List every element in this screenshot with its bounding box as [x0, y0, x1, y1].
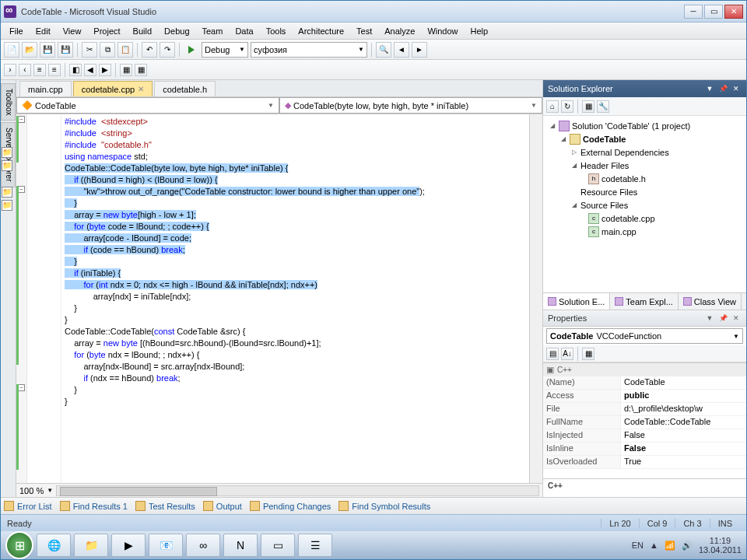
folder-node[interactable]: ◢📁Header Files — [545, 159, 745, 172]
bottom-tab[interactable]: Find Symbol Results — [338, 501, 430, 511]
undo-button[interactable]: ↶ — [142, 42, 157, 58]
copy-button[interactable]: ⧉ — [100, 42, 115, 58]
redo-button[interactable]: ↷ — [160, 42, 175, 58]
folder-node[interactable]: ▷📁External Dependencies — [545, 145, 745, 159]
taskbar-app-icon[interactable]: ▭ — [261, 534, 295, 557]
bottom-tab[interactable]: Test Results — [135, 501, 195, 511]
property-object-selector[interactable]: CodeTableVCCodeFunction▼ — [546, 328, 743, 344]
home-button[interactable]: ⌂ — [546, 100, 559, 113]
pin-icon[interactable]: 📌 — [717, 313, 728, 324]
save-button[interactable]: 💾 — [40, 42, 55, 58]
property-row[interactable]: FullNameCodeTable::CodeTable — [543, 416, 746, 429]
start-button[interactable] — [5, 531, 33, 559]
close-button[interactable]: ✕ — [724, 5, 743, 19]
file-node[interactable]: cmain.cpp — [545, 225, 745, 238]
minimize-button[interactable]: ─ — [684, 5, 703, 19]
nav-fwd-button[interactable]: ► — [412, 42, 427, 58]
bookmark-next[interactable]: ▶ — [99, 64, 111, 76]
solution-node[interactable]: ◢Solution 'CodeTable' (1 project) — [545, 119, 745, 132]
panel-tab[interactable]: Class View — [679, 293, 742, 310]
fold-toggle-icon[interactable]: − — [18, 384, 25, 391]
taskbar-outlook-icon[interactable]: 📧 — [149, 534, 183, 557]
vertical-scrollbar[interactable] — [529, 114, 542, 483]
bookmark-prev[interactable]: ◀ — [84, 64, 96, 76]
menu-build[interactable]: Build — [128, 25, 157, 37]
tray-network-icon[interactable]: 📶 — [665, 541, 675, 551]
property-row[interactable]: IsOverloadedTrue — [543, 456, 746, 469]
indent-dec-button[interactable]: ‹ — [19, 64, 31, 76]
tray-lang[interactable]: EN — [632, 541, 644, 550]
menu-window[interactable]: Window — [422, 25, 463, 37]
property-row[interactable]: IsInjectedFalse — [543, 429, 746, 443]
bookmark-button[interactable]: ◧ — [69, 64, 82, 76]
taskbar-vs-icon[interactable]: ∞ — [186, 534, 220, 557]
solution-tree[interactable]: ◢Solution 'CodeTable' (1 project)◢CodeTa… — [543, 116, 746, 292]
fold-toggle-icon[interactable]: − — [18, 186, 25, 193]
project-node[interactable]: ◢CodeTable — [545, 132, 745, 145]
menu-tools[interactable]: Tools — [261, 25, 292, 37]
start-debug-button[interactable] — [184, 42, 199, 58]
menu-debug[interactable]: Debug — [159, 25, 195, 37]
menu-team[interactable]: Team — [197, 25, 229, 37]
alpha-button[interactable]: A↓ — [561, 348, 573, 360]
taskbar-ie-icon[interactable]: 🌐 — [37, 534, 71, 557]
folder-node[interactable]: 📁Resource Files — [545, 185, 745, 198]
scope-member-dropdown[interactable]: ◆ CodeTable(byte low, byte high, byte * … — [279, 97, 542, 114]
toggle-button[interactable]: ▦ — [120, 64, 132, 76]
properties-button[interactable]: 🔧 — [597, 100, 609, 113]
fold-toggle-icon[interactable]: − — [18, 116, 25, 123]
menu-edit[interactable]: Edit — [30, 25, 56, 37]
folder-node[interactable]: ◢📁Source Files — [545, 198, 745, 212]
config-dropdown[interactable]: Debug▼ — [202, 42, 248, 58]
taskbar-onenote-icon[interactable]: N — [223, 534, 258, 557]
zoom-level[interactable]: 100 % — [19, 486, 44, 495]
toggle2-button[interactable]: ▦ — [135, 64, 147, 76]
property-grid[interactable]: ▣C++(Name)CodeTableAccesspublicFiled:\_p… — [543, 362, 746, 478]
property-row[interactable]: IsInlineFalse — [543, 443, 746, 456]
property-row[interactable]: Accesspublic — [543, 390, 746, 403]
close-icon[interactable]: ✕ — [731, 83, 742, 94]
dropdown-icon[interactable]: ▼ — [704, 313, 715, 324]
toolbox-tab[interactable]: Toolbox — [1, 83, 16, 121]
categorized-button[interactable]: ▤ — [546, 348, 559, 360]
comment-button[interactable]: ≡ — [33, 64, 46, 76]
editor-tab[interactable]: codetable.h — [154, 81, 216, 96]
panel-tab[interactable]: Team Expl... — [610, 293, 679, 310]
refresh-button[interactable]: ↻ — [561, 100, 573, 113]
menu-data[interactable]: Data — [230, 25, 258, 37]
taskbar-wmp-icon[interactable]: ▶ — [111, 534, 146, 557]
property-row[interactable]: (Name)CodeTable — [543, 376, 746, 390]
file-node[interactable]: ccodetable.cpp — [545, 212, 745, 225]
menu-project[interactable]: Project — [88, 25, 125, 37]
new-project-button[interactable]: 📄 — [4, 42, 19, 58]
menu-file[interactable]: File — [4, 25, 29, 37]
pin-icon[interactable]: 📌 — [717, 83, 728, 94]
horizontal-scrollbar[interactable] — [56, 485, 539, 496]
bottom-tab[interactable]: Find Results 1 — [60, 501, 128, 511]
show-all-button[interactable]: ▦ — [582, 100, 594, 113]
property-row[interactable]: Filed:\_profile\desktop\w — [543, 403, 746, 416]
bottom-tab[interactable]: Pending Changes — [250, 501, 331, 511]
file-node[interactable]: hcodetable.h — [545, 172, 745, 185]
maximize-button[interactable]: ▭ — [704, 5, 723, 19]
close-tab-icon[interactable]: ✕ — [138, 85, 144, 93]
editor-tab[interactable]: codetable.cpp✕ — [73, 81, 153, 96]
code-editor[interactable]: #include <stdexcept>#include <string>#in… — [61, 114, 529, 483]
editor-tab[interactable]: main.cpp — [19, 81, 72, 96]
menu-test[interactable]: Test — [351, 25, 377, 37]
uncomment-button[interactable]: ≡ — [48, 64, 61, 76]
save-all-button[interactable]: 💾 — [58, 42, 73, 58]
menu-architecture[interactable]: Architecture — [293, 25, 349, 37]
menu-analyze[interactable]: Analyze — [379, 25, 420, 37]
taskbar-app2-icon[interactable]: ☰ — [298, 534, 332, 557]
dropdown-icon[interactable]: ▼ — [704, 83, 715, 94]
bottom-tab[interactable]: Output — [203, 501, 242, 511]
bottom-tab[interactable]: Error List — [4, 501, 52, 511]
prop-category[interactable]: ▣C++ — [543, 363, 746, 376]
open-button[interactable]: 📂 — [22, 42, 37, 58]
scope-class-dropdown[interactable]: 🔶 CodeTable▼ — [16, 97, 279, 114]
paste-button[interactable]: 📋 — [117, 42, 133, 58]
platform-dropdown[interactable]: суфозия▼ — [251, 42, 367, 58]
indent-inc-button[interactable]: › — [4, 64, 16, 76]
tray-sound-icon[interactable]: 🔊 — [682, 541, 693, 551]
